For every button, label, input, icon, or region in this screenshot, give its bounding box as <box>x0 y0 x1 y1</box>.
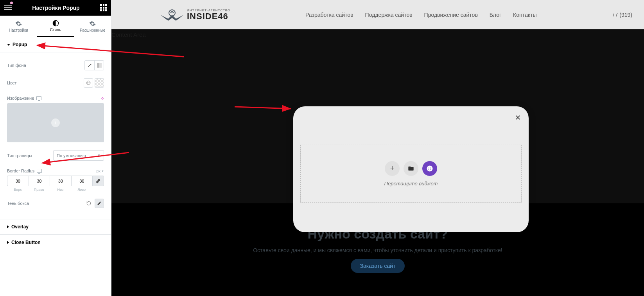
control-image: Изображение ⟡ <box>7 91 104 102</box>
dim-label-right: Право <box>34 188 44 192</box>
tabs: Настройки Стиль Расширенные <box>0 16 111 37</box>
close-icon[interactable]: ✕ <box>515 113 521 122</box>
notification-dot <box>10 2 13 4</box>
tab-style[interactable]: Стиль <box>37 16 74 37</box>
add-template-button[interactable] <box>404 161 418 176</box>
widgets-icon[interactable] <box>100 4 107 11</box>
popup-preview[interactable]: ✕ + Перетащите виджет <box>293 106 529 232</box>
tab-settings[interactable]: Настройки <box>0 16 37 37</box>
label-border-radius: Border Radius <box>7 169 34 173</box>
border-type-select[interactable]: По умолчанию ▼ <box>53 150 104 161</box>
caret-down-icon <box>7 44 10 46</box>
nav-promo[interactable]: Продвижение сайтов <box>424 12 478 18</box>
color-picker-button[interactable] <box>95 78 104 88</box>
svg-point-8 <box>429 167 429 168</box>
control-color: Цвет <box>7 74 104 91</box>
responsive-icon[interactable] <box>37 169 42 173</box>
border-radius-inputs: Верх Право Низ Лево <box>7 176 104 192</box>
section-popup[interactable]: Popup <box>0 37 111 52</box>
image-picker[interactable]: + <box>7 103 104 142</box>
bg-classic-button[interactable] <box>85 61 94 70</box>
pencil-icon <box>97 201 102 206</box>
nav-support[interactable]: Поддержка сайтов <box>365 12 413 18</box>
gear-icon <box>89 20 96 27</box>
section-close-button[interactable]: Close Button <box>0 235 111 250</box>
svg-rect-2 <box>99 63 102 68</box>
dim-label-top: Верх <box>14 188 22 192</box>
caret-right-icon <box>7 241 9 244</box>
brush-icon <box>87 63 92 68</box>
dim-label-left: Лево <box>77 188 86 192</box>
gradient-icon <box>97 63 102 68</box>
chevron-down-icon: ▼ <box>97 154 100 157</box>
cta-subtitle: Оставьте свои данные, и мы свяжемся с ва… <box>253 247 502 253</box>
add-section-button[interactable]: + <box>385 161 400 176</box>
dynamic-icon[interactable]: ⟡ <box>101 95 104 101</box>
undo-icon <box>86 201 91 206</box>
radius-bottom-input[interactable] <box>50 176 71 186</box>
control-box-shadow: Тень бокса <box>7 195 104 212</box>
editor-canvas: ИНТЕРНЕТ-АГЕНТСТВО INSIDE46 Разработка с… <box>111 0 644 296</box>
panel-title: Настройки Popup <box>12 5 100 11</box>
caret-right-icon <box>7 225 9 228</box>
popup-drop-area[interactable]: + Перетащите виджет <box>300 145 522 203</box>
folder-icon <box>408 165 414 172</box>
control-border-type: Тип границы По умолчанию ▼ <box>7 146 104 165</box>
plus-icon: + <box>51 118 60 127</box>
svg-point-9 <box>430 167 431 168</box>
site-header: ИНТЕРНЕТ-АГЕНТСТВО INSIDE46 Разработка с… <box>111 0 644 29</box>
site-nav: Разработка сайтов Поддержка сайтов Продв… <box>305 12 537 18</box>
control-border-radius: Border Radius px ▼ <box>7 165 104 174</box>
nav-dev[interactable]: Разработка сайтов <box>305 12 353 18</box>
add-global-button[interactable] <box>422 161 437 176</box>
label-image: Изображение <box>7 96 34 100</box>
label-color: Цвет <box>7 81 17 85</box>
label-box-shadow: Тень бокса <box>7 201 29 206</box>
style-icon <box>52 20 59 27</box>
smile-icon <box>426 165 433 172</box>
panel-body: Popup Тип фона Цвет <box>0 37 111 296</box>
site-logo[interactable]: ИНТЕРНЕТ-АГЕНТСТВО INSIDE46 <box>160 7 230 23</box>
dim-label-bottom: Низ <box>57 188 63 192</box>
label-border-type: Тип границы <box>7 153 32 158</box>
sidebar-header: Настройки Popup <box>0 0 111 16</box>
gear-icon <box>15 20 22 27</box>
link-values-button[interactable] <box>92 176 104 186</box>
link-icon <box>96 179 100 183</box>
label-bg-type: Тип фона <box>7 63 26 68</box>
logo-icon <box>160 7 184 23</box>
menu-icon[interactable] <box>4 5 12 10</box>
radius-right-input[interactable] <box>29 176 50 186</box>
global-color-button[interactable] <box>84 78 93 88</box>
reset-button[interactable] <box>84 199 93 208</box>
bg-type-toggle <box>84 60 104 70</box>
logo-title: INSIDE46 <box>187 12 230 21</box>
settings-sidebar: Настройки Popup Настройки Стиль Расширен… <box>0 0 111 296</box>
control-bg-type: Тип фона <box>7 56 104 74</box>
section-overlay[interactable]: Overlay <box>0 219 111 235</box>
phone-number: +7 (919) <box>612 12 632 18</box>
globe-icon <box>86 81 91 85</box>
responsive-icon[interactable] <box>36 96 41 100</box>
nav-blog[interactable]: Блог <box>490 12 501 18</box>
nav-contacts[interactable]: Контакты <box>513 12 536 18</box>
svg-point-7 <box>427 165 433 171</box>
unit-select[interactable]: px ▼ <box>97 169 104 173</box>
radius-top-input[interactable] <box>7 176 29 186</box>
drag-hint: Перетащите виджет <box>384 181 438 187</box>
add-widget-actions: + <box>385 161 437 176</box>
cta-button[interactable]: Заказать сайт <box>351 259 405 273</box>
popup-controls: Тип фона Цвет <box>0 52 111 219</box>
edit-shadow-button[interactable] <box>95 199 104 208</box>
bg-gradient-button[interactable] <box>94 61 104 70</box>
radius-left-input[interactable] <box>71 176 93 186</box>
tab-advanced[interactable]: Расширенные <box>74 16 111 37</box>
